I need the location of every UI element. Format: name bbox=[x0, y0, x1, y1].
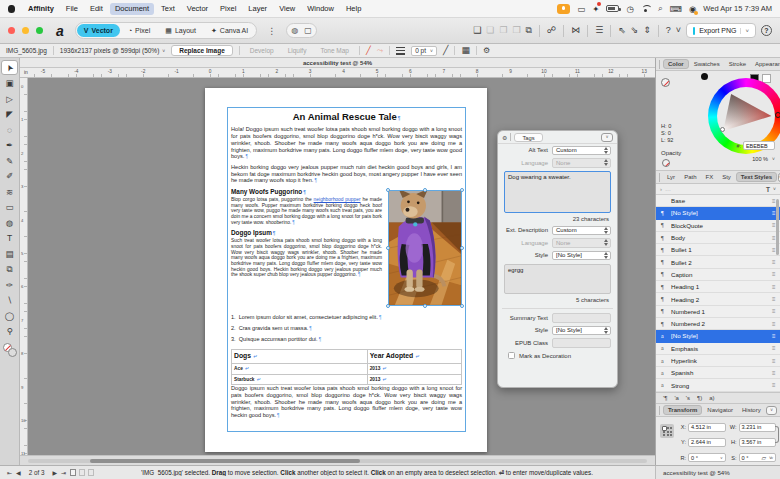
selection-handle[interactable] bbox=[386, 246, 390, 250]
panel-collapse-icon[interactable]: ˅ bbox=[601, 133, 613, 142]
style-item-bullet-2[interactable]: ¶Bullet 2≡ bbox=[656, 256, 780, 268]
vector-brush-tool[interactable]: ≋ bbox=[1, 184, 18, 199]
tags-panel-header[interactable]: ⚙ Tags ˅ bbox=[498, 131, 617, 144]
user-account-icon[interactable]: ◉ bbox=[689, 4, 696, 14]
tab-history[interactable]: History bbox=[738, 406, 765, 414]
dog-photo[interactable] bbox=[388, 190, 462, 306]
screen-mic-indicator-icon[interactable] bbox=[557, 4, 570, 14]
epub-class-field[interactable] bbox=[552, 338, 611, 348]
export-dropdown-icon[interactable]: ˅ bbox=[740, 28, 749, 34]
selection-brush-tool[interactable]: ◌ bbox=[1, 122, 18, 137]
update-paragraph-style-button[interactable]: ¶) bbox=[697, 395, 702, 401]
alt-text-textarea[interactable]: Dog wearing a sweater. bbox=[504, 171, 611, 213]
hex-input[interactable]: #: EBEBEB bbox=[737, 141, 776, 150]
menu-affinity[interactable]: Affinity bbox=[23, 3, 59, 15]
brush-tool[interactable]: ✐ bbox=[1, 169, 18, 184]
shear-mode-dropdown[interactable]: ▱ ˅ bbox=[761, 454, 772, 461]
grid-options-icon[interactable]: ▦ bbox=[461, 46, 470, 55]
previous-page-button[interactable]: ◀ bbox=[16, 469, 21, 476]
style-menu-icon[interactable]: ≡ bbox=[772, 210, 775, 216]
insert-inside-icon[interactable]: ⇘ bbox=[631, 26, 639, 35]
color-picker-tool[interactable]: ∖ bbox=[1, 293, 18, 308]
selection-handle[interactable] bbox=[386, 188, 390, 192]
style-menu-icon[interactable]: ≡ bbox=[772, 382, 775, 388]
scrollbar-thumb[interactable] bbox=[90, 459, 360, 463]
tab-color[interactable]: Color bbox=[663, 59, 689, 69]
transparency-tool[interactable]: ◯ bbox=[1, 308, 18, 323]
style-menu-icon[interactable]: ≡ bbox=[772, 284, 775, 290]
style-picker-tool[interactable]: ✑ bbox=[1, 277, 18, 292]
document-tab[interactable]: accessibility test @ 54% bbox=[20, 58, 655, 68]
menu-pixel[interactable]: Pixel bbox=[215, 3, 241, 15]
node-tool[interactable]: ▷ bbox=[1, 91, 18, 106]
summary-text-field[interactable] bbox=[552, 313, 611, 323]
style-item-caption[interactable]: ¶Caption≡ bbox=[656, 269, 780, 281]
panel-grip[interactable] bbox=[659, 60, 660, 69]
menu-text[interactable]: Text bbox=[156, 3, 180, 15]
previous-color-swatch[interactable] bbox=[701, 73, 708, 80]
x-input[interactable]: 4.512 in bbox=[688, 423, 726, 432]
selection-handle[interactable] bbox=[386, 304, 390, 308]
menu-file[interactable]: File bbox=[61, 3, 83, 15]
hex-value[interactable]: EBEBEB bbox=[743, 141, 775, 150]
style-menu-icon[interactable]: ≡ bbox=[772, 358, 775, 364]
expand-icon[interactable]: › bbox=[660, 186, 662, 192]
update-character-style-button[interactable]: a) bbox=[709, 395, 714, 401]
menu-layer[interactable]: Layer bbox=[243, 3, 272, 15]
alignment-icon[interactable]: ☰ bbox=[595, 26, 603, 35]
shape-tool[interactable]: ◍ bbox=[1, 215, 18, 230]
display-icon[interactable]: ▭ bbox=[577, 4, 585, 14]
menubar-clock[interactable]: Wed Apr 15 7:39 AM bbox=[703, 4, 772, 13]
persona-vector[interactable]: VVector bbox=[77, 24, 120, 37]
text-filter-icon[interactable]: T bbox=[766, 186, 770, 193]
app-notification-icon[interactable]: ✦ bbox=[592, 4, 599, 14]
persona-more-icon[interactable]: ⋮ bbox=[264, 26, 279, 36]
boolean-add-icon[interactable]: ❑ bbox=[473, 26, 481, 35]
battery-icon[interactable] bbox=[606, 5, 619, 12]
rectangle-tool[interactable]: ▭ bbox=[1, 200, 18, 215]
ext-description-textarea[interactable]: egrgg bbox=[504, 264, 611, 294]
tab-transform[interactable]: Transform bbox=[663, 405, 702, 415]
horizontal-scrollbar[interactable] bbox=[20, 455, 655, 465]
menu-view[interactable]: View bbox=[274, 3, 300, 15]
style-item-strong[interactable]: aStrong≡ bbox=[656, 379, 780, 391]
hyperlink[interactable]: neighborhood pupper bbox=[314, 197, 361, 202]
export-png-button[interactable]: Export PNG ˅ bbox=[686, 23, 756, 38]
stroke-width-icon[interactable] bbox=[396, 47, 405, 55]
style-item-emphasis[interactable]: aEmphasis≡ bbox=[656, 343, 780, 355]
text-frame[interactable]: An Animal Rescue Tale¶ Hola! Doggo ipsum… bbox=[227, 107, 466, 432]
spotlight-search-icon[interactable]: ⌕ bbox=[658, 3, 663, 14]
w-input[interactable]: 3.231 in bbox=[739, 423, 777, 432]
keyboard-input-icon[interactable]: ⌨ bbox=[670, 4, 682, 14]
panel-grip[interactable] bbox=[659, 173, 660, 182]
picture-frame-tool[interactable]: ▤ bbox=[1, 246, 18, 261]
selection-handle[interactable] bbox=[423, 304, 427, 308]
panel-menu-icon[interactable]: ˅ bbox=[766, 406, 777, 415]
selection-handle[interactable] bbox=[460, 188, 464, 192]
selection-handle[interactable] bbox=[460, 246, 464, 250]
panel-grip[interactable] bbox=[659, 406, 660, 415]
rotation-input[interactable]: 0 °˅ bbox=[688, 453, 726, 462]
y-input[interactable]: 2.644 in bbox=[688, 438, 726, 447]
next-page-button[interactable]: ▶ bbox=[52, 469, 57, 476]
assistant-dropdown-icon[interactable]: ˅ bbox=[676, 26, 681, 35]
style-menu-icon[interactable]: ≡ bbox=[772, 321, 775, 327]
assistant-icon[interactable]: ? bbox=[666, 26, 671, 35]
tab-fx[interactable]: FX bbox=[701, 173, 717, 181]
new-character-style-button[interactable]: 'a bbox=[674, 395, 678, 401]
first-page-button[interactable]: ⇤ bbox=[7, 469, 12, 476]
page-thumbnail-icon[interactable] bbox=[70, 469, 76, 476]
page-thumbnail-icon[interactable] bbox=[88, 469, 94, 476]
menu-document[interactable]: Document bbox=[110, 3, 154, 15]
link-dimensions-icon[interactable] bbox=[775, 426, 779, 443]
style-menu-icon[interactable]: ≡ bbox=[772, 198, 775, 204]
menu-vector[interactable]: Vector bbox=[182, 3, 213, 15]
menu-window[interactable]: Window bbox=[302, 3, 339, 15]
anchor-point-selector[interactable] bbox=[660, 424, 674, 438]
style-menu-icon[interactable]: ≡ bbox=[772, 235, 775, 241]
hue-marker[interactable] bbox=[775, 112, 780, 118]
settings-gear-icon[interactable]: ⚙ bbox=[483, 46, 490, 55]
tab-path[interactable]: Path bbox=[680, 173, 700, 181]
preview-mode-icon[interactable]: ▢ bbox=[304, 26, 312, 35]
apple-menu-icon[interactable] bbox=[8, 5, 15, 13]
